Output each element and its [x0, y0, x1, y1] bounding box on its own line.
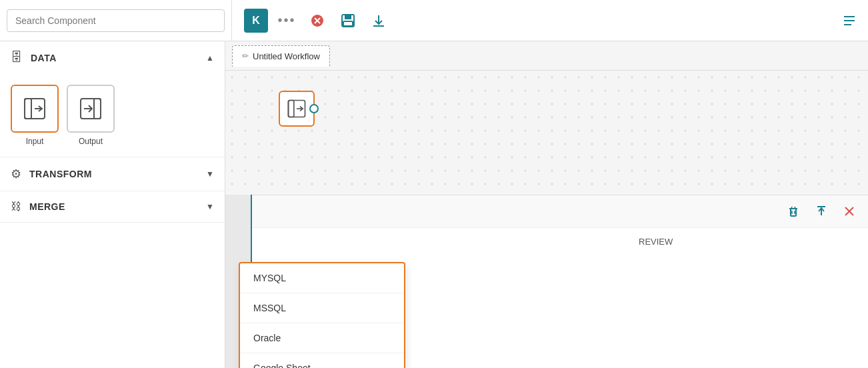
- workflow-tab-label: Untitled Workflow: [253, 51, 320, 61]
- save-button[interactable]: [336, 9, 360, 33]
- merge-section-title: MERGE: [29, 201, 65, 212]
- section-title-group-transform: ⚙ TRANSFORM: [11, 167, 92, 181]
- node-connector[interactable]: [309, 104, 319, 113]
- merge-section-arrow: ▼: [206, 202, 214, 211]
- output-component-label: Output: [79, 137, 103, 146]
- move-top-icon: [815, 205, 828, 218]
- menu-button[interactable]: [837, 9, 861, 33]
- toolbar-left: [7, 0, 232, 41]
- toolbar-right: K •••: [237, 9, 861, 33]
- svg-line-23: [791, 207, 792, 209]
- download-icon: [371, 13, 386, 28]
- sidebar-section-merge: ⛓ MERGE ▼: [0, 191, 225, 223]
- bottom-panel-toolbar: [225, 195, 868, 228]
- sidebar-section-merge-header[interactable]: ⛓ MERGE ▼: [0, 191, 225, 222]
- dropdown-item-mysql[interactable]: MYSQL: [240, 263, 404, 293]
- hamburger-icon: [842, 13, 857, 28]
- dots-button[interactable]: •••: [275, 9, 299, 33]
- merge-icon: ⛓: [11, 201, 21, 213]
- data-components-grid: Input Output: [0, 74, 225, 157]
- svg-rect-12: [25, 99, 31, 119]
- close-button[interactable]: [305, 9, 329, 33]
- workflow-tab[interactable]: ✏ Untitled Workflow: [232, 45, 330, 67]
- canvas-grid[interactable]: MYSQL MSSQL Oracle Google Sheet Excel Sh…: [225, 71, 868, 368]
- transform-icon: ⚙: [11, 167, 21, 181]
- canvas-node-icon: [287, 99, 307, 119]
- sidebar: 🗄 DATA ▲ Input: [0, 41, 225, 368]
- dropdown-menu: MYSQL MSSQL Oracle Google Sheet Excel Sh…: [239, 262, 405, 368]
- save-icon: [341, 13, 355, 28]
- preview-label: REVIEW: [625, 229, 686, 255]
- component-item-output[interactable]: Output: [67, 85, 115, 146]
- transform-section-title: TRANSFORM: [29, 169, 92, 179]
- dropdown-item-mssql[interactable]: MSSQL: [240, 293, 404, 323]
- svg-line-24: [795, 207, 795, 209]
- svg-rect-4: [345, 15, 351, 19]
- data-icon: 🗄: [11, 51, 23, 65]
- input-component-label: Input: [26, 137, 44, 146]
- sidebar-section-transform-header[interactable]: ⚙ TRANSFORM ▼: [0, 157, 225, 191]
- component-item-input[interactable]: Input: [11, 85, 59, 146]
- dropdown-item-oracle[interactable]: Oracle: [240, 323, 404, 353]
- main-content: 🗄 DATA ▲ Input: [0, 41, 868, 368]
- transform-section-arrow: ▼: [206, 169, 214, 179]
- canvas-area: ✏ Untitled Workflow: [225, 41, 868, 368]
- canvas-node-input[interactable]: [279, 91, 315, 127]
- sidebar-section-data: 🗄 DATA ▲ Input: [0, 41, 225, 157]
- sidebar-section-data-header[interactable]: 🗄 DATA ▲: [0, 41, 225, 74]
- panel-close-button[interactable]: [839, 201, 860, 222]
- output-icon: [79, 97, 103, 121]
- section-title-group-merge: ⛓ MERGE: [11, 201, 65, 213]
- dropdown-item-google-sheet[interactable]: Google Sheet: [240, 353, 404, 368]
- panel-close-icon: [843, 205, 856, 218]
- input-component-box[interactable]: [11, 85, 59, 133]
- close-icon: [311, 14, 324, 27]
- output-component-box[interactable]: [67, 85, 115, 133]
- section-title-group-data: 🗄 DATA: [11, 51, 57, 65]
- input-icon: [23, 97, 47, 121]
- sidebar-section-transform: ⚙ TRANSFORM ▼: [0, 157, 225, 191]
- delete-button[interactable]: [783, 201, 804, 222]
- move-top-button[interactable]: [811, 201, 832, 222]
- svg-rect-15: [94, 99, 101, 119]
- svg-rect-5: [343, 21, 353, 26]
- toolbar: K •••: [0, 0, 868, 41]
- svg-rect-18: [289, 101, 294, 117]
- back-button[interactable]: K: [244, 9, 268, 33]
- bottom-panel: MYSQL MSSQL Oracle Google Sheet Excel Sh…: [225, 195, 868, 368]
- data-section-arrow: ▲: [206, 53, 214, 63]
- data-section-title: DATA: [31, 53, 57, 63]
- search-input[interactable]: [7, 9, 225, 32]
- tab-bar: ✏ Untitled Workflow: [225, 41, 868, 71]
- svg-rect-20: [791, 209, 796, 216]
- trash-icon: [787, 205, 800, 218]
- download-button[interactable]: [367, 9, 391, 33]
- tab-edit-icon: ✏: [242, 51, 249, 61]
